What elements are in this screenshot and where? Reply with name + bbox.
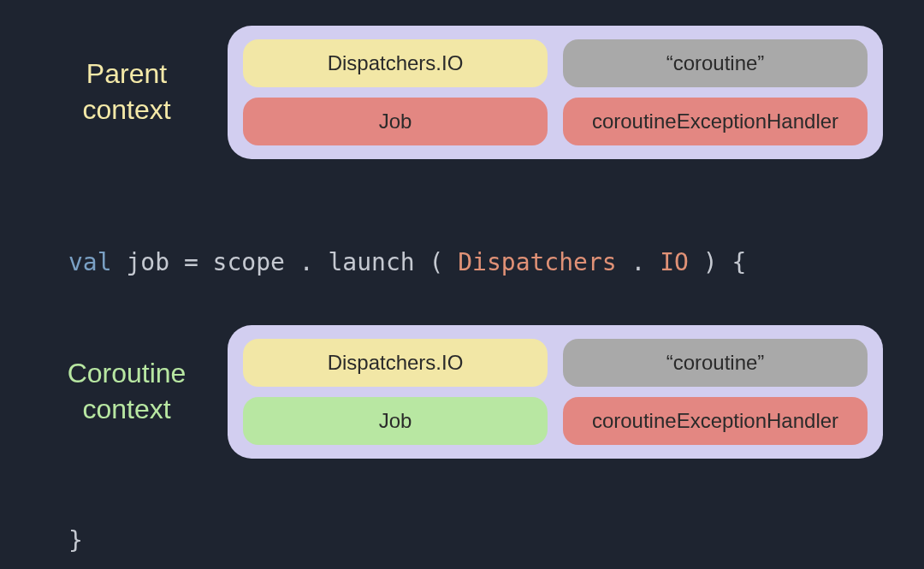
coroutine-label-line1: Coroutine xyxy=(68,358,187,388)
parent-job-pill: Job xyxy=(243,98,548,145)
parent-label-line1: Parent xyxy=(86,58,167,89)
code-lbrace: { xyxy=(732,248,747,276)
code-equals: = xyxy=(184,248,213,276)
code-dot2: . xyxy=(631,248,646,276)
parent-label-line2: context xyxy=(82,94,170,125)
parent-dispatcher-pill: Dispatchers.IO xyxy=(243,39,548,87)
code-scope: scope xyxy=(213,248,285,276)
parent-context-row: Parent context Dispatchers.IO “coroutine… xyxy=(41,26,883,159)
parent-name-pill: “coroutine” xyxy=(563,39,868,87)
code-dispatchers: Dispatchers xyxy=(458,248,616,276)
coroutine-job-pill: Job xyxy=(243,397,548,445)
parent-context-box: Dispatchers.IO “coroutine” Job coroutine… xyxy=(228,26,883,159)
code-line: val job = scope . launch ( Dispatchers .… xyxy=(68,248,746,276)
code-var-job: job xyxy=(126,248,169,276)
coroutine-name-pill: “coroutine” xyxy=(563,339,868,387)
coroutine-context-row: Coroutine context Dispatchers.IO “corout… xyxy=(41,325,883,459)
parent-handler-pill: coroutineExceptionHandler xyxy=(563,98,868,145)
parent-context-label: Parent context xyxy=(41,56,212,127)
coroutine-context-label: Coroutine context xyxy=(41,356,212,427)
coroutine-dispatcher-pill: Dispatchers.IO xyxy=(243,339,548,387)
code-dot1: . xyxy=(299,248,314,276)
code-io: IO xyxy=(660,248,689,276)
code-closing-brace: } xyxy=(68,526,83,554)
coroutine-label-line2: context xyxy=(82,394,170,424)
code-lparen: ( xyxy=(429,248,443,276)
code-keyword-val: val xyxy=(68,248,112,276)
code-launch: launch xyxy=(328,248,414,276)
coroutine-handler-pill: coroutineExceptionHandler xyxy=(563,397,868,445)
coroutine-context-box: Dispatchers.IO “coroutine” Job coroutine… xyxy=(228,325,883,459)
code-rparen: ) xyxy=(703,248,718,276)
